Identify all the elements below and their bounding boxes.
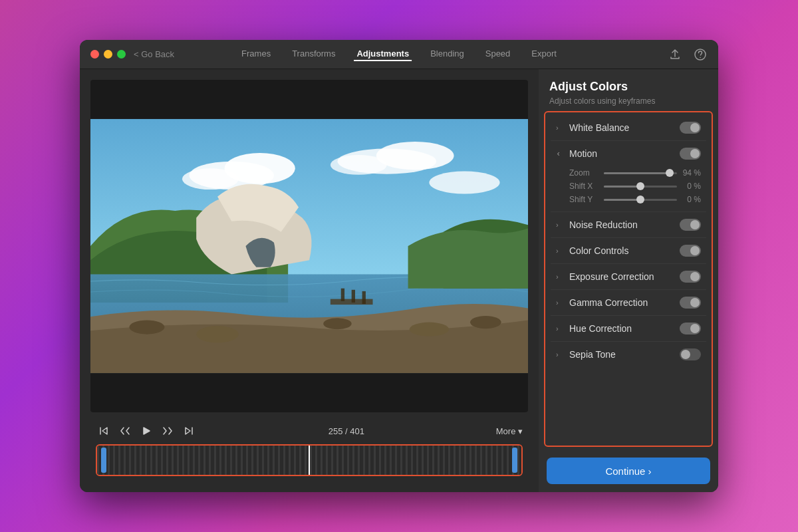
close-button[interactable] — [90, 50, 99, 59]
toggle-knob-sepia-tone — [681, 350, 690, 359]
svg-point-13 — [323, 318, 351, 329]
more-button[interactable]: More ▾ — [496, 426, 523, 436]
tab-adjustments[interactable]: Adjustments — [354, 47, 412, 61]
adjustment-row-sepia-tone[interactable]: › Sepia Tone — [551, 342, 706, 367]
frame-counter: 255 / 401 — [202, 426, 491, 436]
chevron-white-balance: › — [556, 124, 564, 132]
adjustment-gamma-correction: › Gamma Correction — [551, 290, 706, 316]
video-preview — [90, 80, 528, 412]
svg-point-11 — [129, 320, 164, 334]
adjustment-row-motion[interactable]: ⌄ Motion — [551, 141, 706, 166]
toggle-knob-gamma-correction — [690, 298, 700, 307]
svg-point-1 — [700, 57, 701, 58]
adjustment-label-white-balance: White Balance — [569, 122, 680, 133]
slider-label-shift-x: Shift X — [569, 182, 598, 191]
adjustment-row-gamma-correction[interactable]: › Gamma Correction — [551, 290, 706, 315]
chevron-motion: ⌄ — [555, 150, 565, 158]
adjustments-list: › White Balance ⌄ Motion — [544, 111, 713, 447]
share-icon[interactable] — [668, 47, 682, 62]
adjustment-exposure-correction: › Exposure Correction — [551, 264, 706, 290]
adjustment-row-noise-reduction[interactable]: › Noise Reduction — [551, 212, 706, 237]
toggle-color-controls[interactable] — [680, 245, 701, 257]
slider-fill-shift-y — [604, 199, 640, 201]
slider-fill-shift-x — [604, 186, 640, 188]
step-back-button[interactable] — [117, 423, 133, 439]
timeline-wrapper[interactable] — [96, 444, 523, 476]
skip-to-start-button[interactable] — [96, 423, 112, 439]
slider-value-zoom: 94 % — [682, 168, 701, 178]
svg-point-8 — [331, 155, 387, 175]
timeline-handle-left[interactable] — [101, 448, 106, 473]
svg-point-15 — [470, 316, 501, 329]
tab-frames[interactable]: Frames — [239, 47, 273, 61]
adjustment-row-exposure-correction[interactable]: › Exposure Correction — [551, 264, 706, 289]
adjustment-color-controls: › Color Controls — [551, 238, 706, 264]
go-back-label: < Go Back — [134, 49, 174, 59]
chevron-sepia-tone: › — [556, 350, 564, 358]
tab-export[interactable]: Export — [529, 47, 559, 61]
toggle-knob-exposure-correction — [690, 272, 700, 281]
toggle-hue-correction[interactable] — [680, 323, 701, 334]
svg-point-14 — [410, 323, 449, 336]
svg-point-5 — [182, 168, 239, 190]
right-panel: Adjust Colors Adjust colors using keyfra… — [539, 69, 718, 492]
nav-tabs: Frames Transforms Adjustments Blending S… — [239, 47, 559, 61]
motion-subitems: Zoom 94 % Shift X — [551, 166, 706, 211]
slider-thumb-shift-y[interactable] — [636, 196, 644, 203]
tab-blending[interactable]: Blending — [428, 47, 467, 61]
adjustment-label-hue-correction: Hue Correction — [569, 323, 680, 334]
slider-track-shift-y[interactable] — [604, 199, 677, 201]
slider-row-shift-x: Shift X 0 % — [569, 180, 701, 193]
toggle-motion[interactable] — [680, 148, 701, 160]
toggle-knob-motion — [690, 149, 700, 158]
skip-to-end-button[interactable] — [181, 423, 197, 439]
slider-row-shift-y: Shift Y 0 % — [569, 193, 701, 206]
adjustment-white-balance: › White Balance — [551, 115, 706, 141]
adjustment-label-gamma-correction: Gamma Correction — [569, 297, 680, 308]
slider-thumb-zoom[interactable] — [666, 169, 674, 177]
timeline-playhead[interactable] — [309, 446, 310, 475]
timeline-track — [97, 446, 521, 475]
slider-track-zoom[interactable] — [604, 172, 677, 174]
minimize-button[interactable] — [104, 50, 112, 59]
adjustment-label-color-controls: Color Controls — [569, 245, 680, 256]
chevron-noise-reduction: › — [556, 221, 564, 229]
slider-thumb-shift-x[interactable] — [636, 182, 644, 190]
chevron-color-controls: › — [556, 247, 564, 255]
tab-transforms[interactable]: Transforms — [289, 47, 338, 61]
panel-subtitle: Adjust colors using keyframes — [549, 96, 708, 106]
maximize-button[interactable] — [117, 50, 126, 59]
title-bar: < Go Back Frames Transforms Adjustments … — [80, 40, 718, 69]
toggle-gamma-correction[interactable] — [680, 297, 701, 309]
svg-point-12 — [196, 326, 239, 342]
toggle-white-balance[interactable] — [680, 122, 701, 134]
toggle-knob-color-controls — [690, 246, 700, 255]
adjustment-row-color-controls[interactable]: › Color Controls — [551, 238, 706, 263]
chevron-gamma-correction: › — [556, 299, 564, 307]
toggle-noise-reduction[interactable] — [680, 219, 701, 231]
slider-track-shift-x[interactable] — [604, 186, 677, 188]
adjustment-row-hue-correction[interactable]: › Hue Correction — [551, 316, 706, 341]
chevron-exposure-correction: › — [556, 273, 564, 281]
chevron-hue-correction: › — [556, 325, 564, 332]
timeline-container — [90, 444, 528, 481]
continue-button[interactable]: Continue › — [547, 458, 710, 484]
slider-value-shift-y: 0 % — [682, 195, 701, 204]
toggle-exposure-correction[interactable] — [680, 271, 701, 283]
adjustment-label-exposure-correction: Exposure Correction — [569, 271, 680, 282]
svg-rect-18 — [352, 290, 355, 303]
svg-point-9 — [429, 172, 499, 194]
timeline-handle-right[interactable] — [512, 448, 517, 473]
adjustment-sepia-tone: › Sepia Tone — [551, 342, 706, 367]
left-panel: 255 / 401 More ▾ — [80, 69, 539, 492]
go-back-button[interactable]: < Go Back — [134, 49, 174, 59]
step-forward-button[interactable] — [160, 423, 176, 439]
svg-rect-19 — [362, 291, 366, 304]
toggle-sepia-tone[interactable] — [680, 348, 701, 360]
tab-speed[interactable]: Speed — [483, 47, 513, 61]
help-icon[interactable] — [693, 47, 708, 62]
play-button[interactable] — [138, 423, 154, 439]
adjustment-row-white-balance[interactable]: › White Balance — [551, 115, 706, 140]
panel-title: Adjust Colors — [549, 80, 708, 94]
adjustment-hue-correction: › Hue Correction — [551, 316, 706, 342]
